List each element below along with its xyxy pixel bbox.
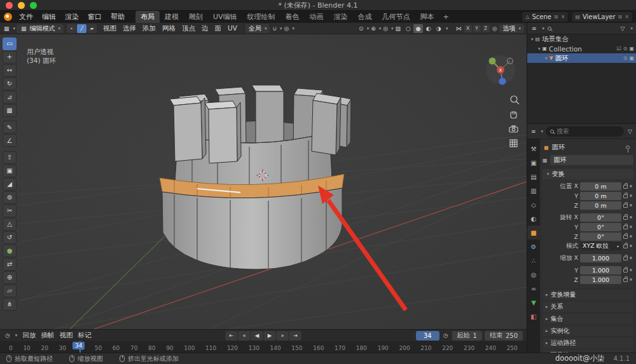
scene-collection-row[interactable]: ▾ ▤ 场景集合 ☑ ⊙ ▣ <box>527 34 636 44</box>
animate-decorator-icon[interactable] <box>630 235 632 238</box>
editor-type-timeline-icon[interactable]: ◷ <box>4 332 11 339</box>
workspace-tab[interactable]: 动画 <box>305 11 329 23</box>
viewport-menu-item[interactable]: 选择 <box>120 24 139 33</box>
value-field[interactable]: 1.000 ▾ <box>580 266 621 274</box>
vertex-select-mode[interactable]: ∙ <box>67 24 76 33</box>
value-field[interactable]: 1.000 ▾ <box>580 254 621 262</box>
mode-dropdown[interactable]: ▦ 编辑模式 ▾ <box>17 24 64 33</box>
collapsed-panel-header[interactable]: ▸ 关系 <box>543 302 633 312</box>
workspace-tab[interactable]: 布局 <box>135 11 160 23</box>
collapsed-panel-header[interactable]: ▸ 集合 <box>543 314 633 324</box>
tool-annotate[interactable]: ✎ <box>3 121 17 133</box>
lock-icon[interactable] <box>623 204 628 208</box>
tool-cursor[interactable]: + <box>3 51 17 64</box>
animate-decorator-icon[interactable] <box>630 278 632 281</box>
viewport-menu-item[interactable]: 添加 <box>139 24 159 33</box>
tool-rotate[interactable]: ↻ <box>3 78 17 90</box>
lock-icon[interactable] <box>623 278 628 282</box>
tool-poly-build[interactable]: △ <box>3 218 17 231</box>
show-gizmo-icon[interactable]: ⊕ <box>370 25 377 32</box>
editor-type-properties-icon[interactable]: ≡ <box>530 128 537 135</box>
filter-funnel-icon[interactable]: ▽ <box>626 128 633 135</box>
workspace-tab[interactable]: 几何节点 <box>377 11 415 23</box>
jump-to-end-button[interactable]: ⇥ <box>289 331 301 340</box>
render-camera-icon[interactable]: ▣ <box>629 55 634 61</box>
timeline-menu-item[interactable]: 回放 <box>20 331 38 340</box>
hide-eye-icon[interactable]: ⊙ <box>623 55 628 61</box>
transform-panel-header[interactable]: ▾ 变换 <box>543 169 633 179</box>
tab-output[interactable]: ▤ <box>527 170 540 184</box>
animate-decorator-icon[interactable] <box>630 257 632 259</box>
tab-modifiers[interactable]: ⚙ <box>527 239 540 253</box>
workspace-tab[interactable]: 着色 <box>280 11 305 23</box>
tool-spin[interactable]: ↺ <box>3 231 17 244</box>
menu-item[interactable]: 文件 <box>15 11 38 23</box>
properties-search-box[interactable] <box>546 126 624 137</box>
gizmo-z-axis-ball[interactable] <box>499 78 506 85</box>
tab-physics[interactable]: ◎ <box>527 267 540 281</box>
magnet-snap-icon[interactable]: ∪ <box>271 25 278 32</box>
animate-decorator-icon[interactable] <box>630 226 632 228</box>
mirror-axis-toggle[interactable]: X <box>464 25 472 32</box>
tab-tool[interactable]: ⚒ <box>527 142 540 156</box>
tab-material[interactable]: ◧ <box>527 309 540 323</box>
value-field[interactable]: XYZ 欧拉 ▾ <box>580 242 621 250</box>
tool-scale[interactable]: ⊿ <box>3 91 17 104</box>
playhead-frame-label[interactable]: 34 <box>73 342 85 349</box>
lock-icon[interactable] <box>623 194 628 198</box>
new-viewlayer-icon[interactable]: ⊞ <box>618 14 623 20</box>
next-keyframe-button[interactable]: » <box>277 331 289 340</box>
value-field[interactable]: 0° ▾ <box>580 213 621 222</box>
rendered-shading[interactable]: ◑ <box>434 24 443 33</box>
lock-icon[interactable] <box>623 216 628 220</box>
navigation-gizmo[interactable]: X <box>486 55 515 85</box>
ortho-grid-icon[interactable] <box>510 140 517 147</box>
minimize-window-button[interactable] <box>18 2 25 9</box>
animate-decorator-icon[interactable] <box>630 204 632 206</box>
camera-view-icon[interactable] <box>509 126 518 132</box>
timeline-menu-item[interactable]: 标记 <box>75 331 93 340</box>
breadcrumb-object-name[interactable]: 圆环 <box>552 143 565 152</box>
add-workspace-button[interactable]: + <box>439 11 453 23</box>
animate-decorator-icon[interactable] <box>630 216 632 219</box>
tool-bevel[interactable]: ◢ <box>3 178 17 191</box>
tool-knife[interactable]: ✂ <box>3 205 17 217</box>
lock-icon[interactable] <box>623 235 628 239</box>
tool-select-box[interactable]: ▭ <box>3 37 17 50</box>
timeline-menu-item[interactable]: 视图 <box>57 331 75 340</box>
tool-edge-slide[interactable]: ⇄ <box>3 258 17 271</box>
viewport-menu-item[interactable]: 面 <box>212 24 225 33</box>
timeline-menu-item[interactable]: 插帧 <box>38 331 57 340</box>
play-reverse-button[interactable]: ◀ <box>251 331 263 340</box>
menu-item[interactable]: 帮助 <box>106 11 129 23</box>
tab-render[interactable]: ▣ <box>527 156 540 170</box>
unlink-scene-icon[interactable]: × <box>561 14 565 20</box>
options-dropdown[interactable]: 选项 ▾ <box>499 24 524 33</box>
hide-eye-icon[interactable]: ⊙ <box>623 46 628 51</box>
collapsed-panel-header[interactable]: ▸ 运动路径 <box>543 338 633 348</box>
tool-transform[interactable]: ▦ <box>3 104 17 117</box>
lock-icon[interactable] <box>623 245 628 248</box>
viewport-menu-item[interactable]: UV <box>225 24 240 33</box>
lock-icon[interactable] <box>623 226 628 229</box>
zoom-icon[interactable] <box>511 96 519 104</box>
show-overlays-icon[interactable]: ◎ <box>382 25 389 32</box>
close-window-button[interactable] <box>6 2 13 9</box>
menu-item[interactable]: 编辑 <box>38 11 60 23</box>
value-field[interactable]: 0° ▾ <box>580 223 621 231</box>
animate-decorator-icon[interactable] <box>630 269 632 271</box>
workspace-tab[interactable]: 脚本 <box>415 11 439 23</box>
properties-search-input[interactable] <box>556 128 601 135</box>
mirror-axis-toggle[interactable]: Z <box>482 25 490 32</box>
workspace-tab[interactable]: 建模 <box>160 11 184 23</box>
menu-item[interactable]: 窗口 <box>83 11 106 23</box>
viewport-menu-item[interactable]: 边 <box>198 24 212 33</box>
tab-scene[interactable]: ◇ <box>527 198 540 212</box>
tool-extrude-region[interactable]: ⇧ <box>3 151 17 164</box>
mirror-axis-toggle[interactable]: Y <box>473 25 481 32</box>
lock-icon[interactable] <box>623 269 628 273</box>
current-frame-field[interactable]: 34 <box>416 331 439 340</box>
transform-orientation-dropdown[interactable]: 全局 ▾ <box>245 24 270 33</box>
search-icon[interactable] <box>548 27 551 30</box>
collapsed-panel-header[interactable]: ▸ 实例化 <box>543 326 633 336</box>
